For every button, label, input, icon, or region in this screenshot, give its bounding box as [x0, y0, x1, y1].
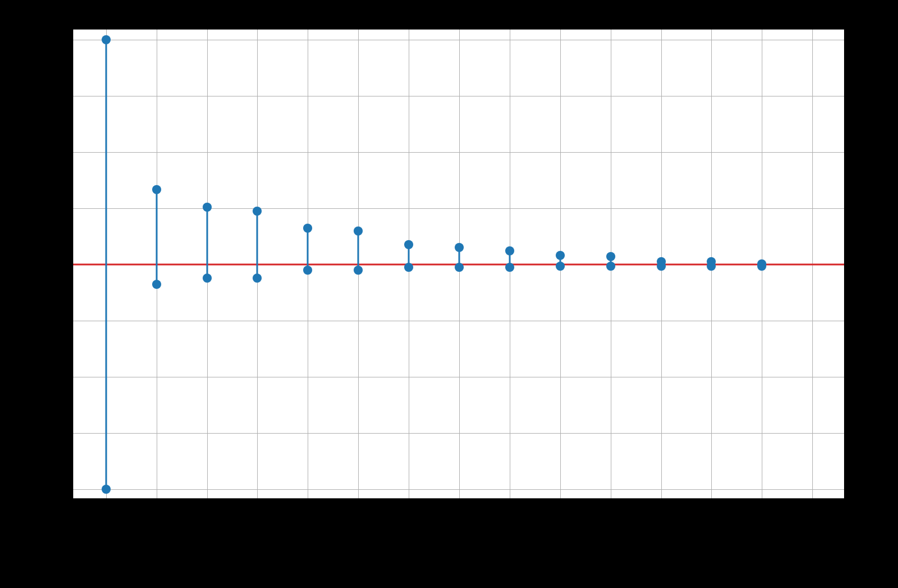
x-tick-label: 12 [704, 505, 717, 518]
data-point-top [203, 203, 212, 212]
data-point-bottom [203, 274, 212, 283]
y-tick-label: −2 [44, 370, 67, 383]
chart-axes [73, 29, 845, 499]
y-tick-label: 3 [44, 89, 67, 102]
x-tick-label: 0 [102, 505, 108, 518]
x-tick-label: 4 [304, 505, 310, 518]
data-point-bottom [253, 274, 262, 283]
pair-stem [105, 40, 107, 489]
data-point-bottom [303, 266, 312, 275]
y-tick-label: −3 [44, 426, 67, 439]
data-point-bottom [606, 262, 615, 271]
data-point-top [606, 252, 615, 261]
pair-stem [307, 228, 309, 270]
data-point-bottom [657, 262, 666, 271]
pair-stem [206, 207, 208, 278]
data-point-bottom [505, 263, 514, 272]
data-point-top [152, 185, 161, 194]
x-tick-label: 8 [506, 505, 512, 518]
pair-stem [257, 211, 258, 278]
gridline-horizontal [73, 433, 844, 434]
data-point-top [303, 224, 312, 233]
data-point-top [253, 207, 262, 216]
gridline-horizontal [73, 152, 844, 153]
data-point-top [404, 240, 413, 249]
y-tick-label: −4 [44, 482, 67, 495]
pair-stem [156, 190, 157, 284]
data-point-top [354, 226, 363, 236]
data-point-bottom [455, 263, 464, 272]
data-point-bottom [354, 266, 363, 275]
data-point-bottom [152, 280, 161, 289]
data-point-bottom [556, 262, 565, 271]
data-point-bottom [102, 485, 111, 494]
data-point-top [102, 35, 111, 44]
y-tick-label: −1 [44, 314, 67, 327]
data-point-top [556, 251, 565, 260]
gridline-horizontal [73, 96, 844, 96]
gridline-horizontal [73, 489, 844, 490]
data-point-bottom [707, 262, 716, 271]
y-tick-label: 1 [44, 201, 67, 214]
x-tick-label: 2 [203, 505, 209, 518]
gridline-horizontal [73, 321, 844, 321]
y-tick-label: 4 [44, 32, 67, 45]
gridline-horizontal [73, 40, 844, 40]
gridline-horizontal [73, 377, 844, 377]
figure: 02468101214−4−3−2−101234 [0, 0, 898, 588]
data-point-bottom [757, 262, 766, 271]
y-tick-label: 0 [44, 258, 67, 271]
pair-stem [358, 231, 359, 270]
y-tick-label: 2 [44, 145, 67, 158]
data-point-top [505, 246, 514, 255]
data-point-bottom [404, 263, 413, 272]
gridline-horizontal [73, 208, 844, 209]
x-tick-label: 10 [604, 505, 616, 518]
data-point-top [455, 243, 464, 252]
x-tick-label: 14 [805, 505, 818, 518]
x-tick-label: 6 [405, 505, 412, 518]
